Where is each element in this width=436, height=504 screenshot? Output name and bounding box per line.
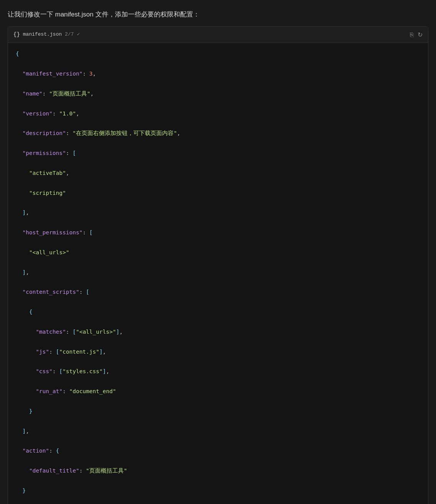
file-counter: 2/7 — [65, 31, 74, 39]
code-block-container: {} manifest.json 2/7 ✓ ⎘ ↻ { "manifest_v… — [8, 26, 428, 504]
filename-label: manifest.json — [23, 31, 62, 39]
braces-icon: {} — [13, 30, 20, 39]
refresh-icon[interactable]: ↻ — [418, 30, 423, 40]
intro-text: 让我们修改一下 manifest.json 文件，添加一些必要的权限和配置： — [8, 9, 428, 20]
code-block-header-left: {} manifest.json 2/7 ✓ — [13, 30, 80, 39]
copy-icon[interactable]: ⎘ — [410, 30, 414, 40]
code-block-header: {} manifest.json 2/7 ✓ ⎘ ↻ — [8, 27, 428, 43]
code-content: { "manifest_version": 3, "name": "页面概括工具… — [8, 43, 428, 504]
check-icon: ✓ — [77, 31, 80, 39]
code-lines: { "manifest_version": 3, "name": "页面概括工具… — [16, 49, 420, 504]
code-block-header-icons: ⎘ ↻ — [410, 30, 423, 40]
